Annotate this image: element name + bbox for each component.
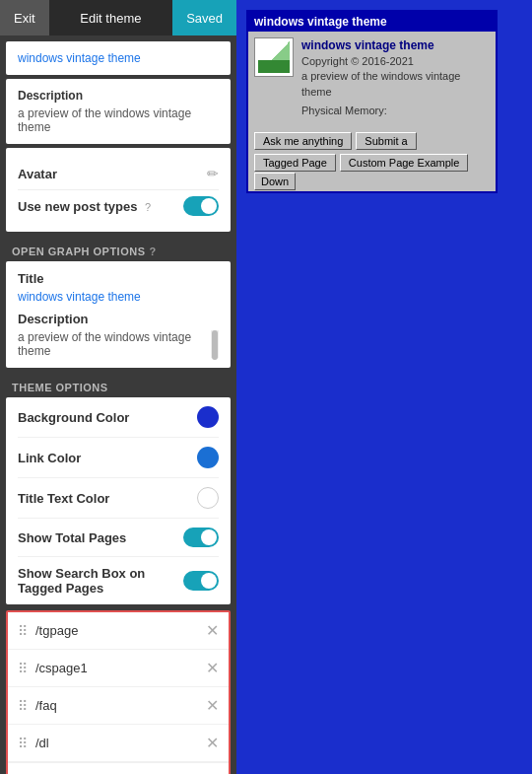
link-color-row: Link Color: [18, 438, 219, 478]
background-color-label: Background Color: [18, 410, 129, 425]
og-title-label: Title: [18, 271, 219, 286]
open-graph-card: Title windows vintage theme Description …: [6, 261, 231, 368]
drag-handle-tgpage[interactable]: ⠿: [18, 623, 28, 639]
open-graph-label: OPEN GRAPH OPTIONS: [12, 246, 146, 257]
description-label: Description: [18, 89, 219, 103]
edit-theme-title: Edit theme: [49, 11, 172, 26]
preview-icon-inner: [258, 41, 290, 73]
drag-handle-cspage1[interactable]: ⠿: [18, 661, 28, 676]
pages-list: ⠿ /tgpage ✕ ⠿ /cspage1 ✕ ⠿ /faq ✕ ⠿ /dl …: [6, 610, 231, 774]
title-text-color-swatch[interactable]: [197, 487, 219, 509]
drag-handle-dl[interactable]: ⠿: [18, 736, 28, 751]
left-panel: Exit Edit theme Saved windows vintage th…: [0, 0, 236, 774]
remove-cspage1[interactable]: ✕: [206, 659, 219, 677]
theme-options-section-header: THEME OPTIONS: [0, 374, 236, 397]
background-color-swatch[interactable]: [197, 406, 219, 428]
og-description-text: a preview of the windows vintage theme: [18, 330, 219, 358]
preview-buttons-row2: Tagged Page Custom Page Example: [254, 154, 490, 172]
preview-body: windows vintage theme Copyright © 2016-2…: [248, 32, 496, 124]
right-panel: windows vintage theme windows vintage th…: [236, 0, 532, 774]
preview-buttons-area: Ask me anything Submit a Tagged Page Cus…: [248, 124, 496, 191]
preview-btn-ask[interactable]: Ask me anything: [254, 132, 352, 150]
page-name-dl: /dl: [35, 736, 206, 750]
page-name-cspage1: /cspage1: [35, 661, 206, 675]
preview-btn-down[interactable]: Down: [254, 173, 296, 190]
use-new-post-types-toggle[interactable]: [183, 196, 219, 216]
link-color-swatch[interactable]: [197, 447, 219, 468]
show-total-pages-row: Show Total Pages: [18, 519, 219, 557]
preview-titlebar: windows vintage theme: [248, 12, 496, 32]
show-search-box-toggle[interactable]: [183, 571, 219, 591]
description-text: a preview of the windows vintage theme: [18, 106, 219, 134]
preview-down-row: Down: [254, 176, 490, 187]
theme-options-card: Background Color Link Color Title Text C…: [6, 397, 231, 604]
theme-options-label: THEME OPTIONS: [12, 382, 108, 393]
preview-btn-tagged[interactable]: Tagged Page: [254, 154, 336, 172]
avatar-label: Avatar: [18, 167, 57, 181]
remove-dl[interactable]: ✕: [206, 734, 219, 752]
remove-tgpage[interactable]: ✕: [206, 621, 219, 640]
preview-btn-custom[interactable]: Custom Page Example: [340, 154, 469, 172]
show-search-box-label: Show Search Box on Tagged Pages: [18, 566, 183, 596]
preview-desc: a preview of the windows vintage theme: [301, 69, 490, 100]
page-item-tgpage[interactable]: ⠿ /tgpage ✕: [8, 612, 229, 650]
page-item-faq[interactable]: ⠿ /faq ✕: [8, 687, 229, 725]
saved-button[interactable]: Saved: [172, 0, 236, 35]
show-total-pages-toggle[interactable]: [183, 528, 219, 547]
avatar-row: Avatar ✏: [18, 158, 219, 189]
top-bar: Exit Edit theme Saved: [0, 0, 236, 35]
preview-copyright: Copyright © 2016-2021: [301, 54, 490, 69]
show-total-pages-label: Show Total Pages: [18, 530, 126, 545]
og-scrollbar-thumb: [212, 330, 218, 360]
preview-text: windows vintage theme Copyright © 2016-2…: [301, 37, 490, 118]
description-card: Description a preview of the windows vin…: [6, 79, 231, 144]
theme-name-card: windows vintage theme: [6, 41, 231, 75]
page-item-cspage1[interactable]: ⠿ /cspage1 ✕: [8, 650, 229, 687]
preview-icon: [254, 37, 294, 77]
preview-buttons-row1: Ask me anything Submit a: [254, 132, 490, 150]
og-scrollbar[interactable]: [211, 330, 219, 358]
use-new-post-types-label: Use new post types: [18, 199, 137, 214]
preview-mem: Physical Memory:: [301, 104, 490, 118]
preview-theme-name: windows vintage theme: [301, 37, 490, 54]
preview-btn-submit[interactable]: Submit a: [356, 132, 416, 150]
background-color-row: Background Color: [18, 397, 219, 438]
avatar-card: Avatar ✏ Use new post types ?: [6, 148, 231, 232]
page-item-dl[interactable]: ⠿ /dl ✕: [8, 725, 229, 762]
page-name-tgpage: /tgpage: [35, 623, 206, 638]
preview-window: windows vintage theme windows vintage th…: [246, 10, 498, 193]
use-new-post-types-row: Use new post types ?: [18, 189, 219, 222]
og-title-value: windows vintage theme: [18, 290, 219, 304]
drag-handle-faq[interactable]: ⠿: [18, 698, 28, 714]
show-search-box-row: Show Search Box on Tagged Pages: [18, 557, 219, 604]
theme-name-value: windows vintage theme: [18, 51, 219, 65]
edit-icon[interactable]: ✏: [207, 166, 219, 181]
add-page-row[interactable]: + Add a page ›: [8, 762, 229, 774]
help-icon-post-types: ?: [145, 201, 151, 213]
exit-button[interactable]: Exit: [0, 0, 49, 35]
og-description-scroll: a preview of the windows vintage theme: [18, 330, 219, 358]
remove-faq[interactable]: ✕: [206, 696, 219, 715]
title-text-color-label: Title Text Color: [18, 491, 109, 506]
link-color-label: Link Color: [18, 451, 81, 465]
title-text-color-row: Title Text Color: [18, 478, 219, 519]
open-graph-help-icon: ?: [150, 246, 157, 257]
open-graph-section-header: OPEN GRAPH OPTIONS ?: [0, 238, 236, 261]
page-name-faq: /faq: [35, 698, 206, 713]
og-description-label: Description: [18, 312, 219, 326]
